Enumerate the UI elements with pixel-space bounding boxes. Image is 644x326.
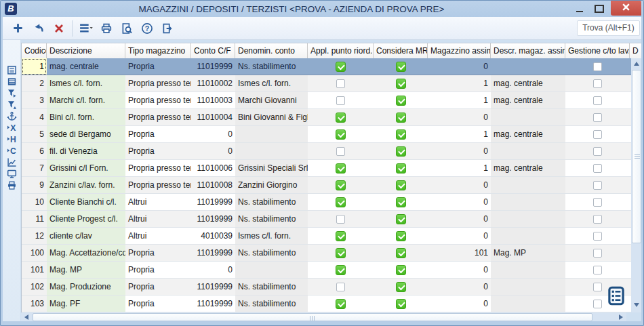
table-row[interactable]: 9Zanzini c/lav. forn.Propria presso terz… [22,177,631,194]
cell-conto[interactable]: 11019999 [191,279,235,296]
cell-tipo[interactable]: Propria presso terzi [125,109,191,126]
cell-conto[interactable]: 11010003 [191,92,235,109]
cell-denomin[interactable]: Ismes c/l. forn. [235,228,308,245]
delete-button[interactable] [49,19,68,37]
cell-mag_assim[interactable]: 1 [428,126,491,143]
cell-descrizione[interactable]: Mag. PF [47,296,125,312]
cell-descr_assim[interactable] [491,262,565,279]
cell-denomin[interactable]: Ns. stabilimento [235,296,308,312]
cell-descr_assim[interactable]: mag. centrale [491,92,565,109]
cell-mag_assim[interactable]: 101 [428,245,491,262]
cell-conto[interactable]: 0 [191,126,235,143]
goto-h-icon[interactable]: H [4,134,19,145]
table-row[interactable]: 2Ismes c/l. forn.Propria presso terzi110… [22,75,631,92]
column-header-descr_assim[interactable]: Descr. magaz. assim. [491,43,565,58]
cell-codice[interactable]: 5 [22,126,47,143]
checkbox-mrp-checked[interactable] [396,265,406,275]
table-row[interactable]: 3Marchi c/l. forn.Propria presso terzi11… [22,92,631,109]
checkbox-gestione-unchecked[interactable] [593,147,602,156]
cell-mag_assim[interactable]: 1 [428,92,491,109]
checkbox-appl-checked[interactable] [336,129,346,140]
cell-descr_assim[interactable] [491,58,565,75]
cell-tipo[interactable]: Propria [125,296,191,312]
checkbox-gestione-unchecked[interactable] [593,215,602,224]
cell-appl[interactable] [308,177,374,194]
cell-gestione[interactable] [565,126,630,143]
cell-codice[interactable]: 10 [22,194,47,211]
checkbox-appl-unchecked[interactable] [336,79,345,88]
cell-tipo[interactable]: Propria presso terzi [125,160,191,177]
cell-descr_assim[interactable]: mag. centrale [491,160,565,177]
column-header-conto[interactable]: Conto C/F [191,43,235,58]
cell-appl[interactable] [308,160,374,177]
cell-descrizione[interactable]: sede di Bergamo [47,126,125,143]
cell-appl[interactable] [308,262,374,279]
checkbox-mrp-checked[interactable] [396,231,406,241]
cell-codice[interactable]: 11 [22,211,47,228]
print-row-icon[interactable] [4,180,19,191]
cell-conto[interactable]: 0 [191,262,235,279]
checkbox-appl-unchecked[interactable] [336,96,345,105]
table-row[interactable]: 6fil. di VeneziaPropria00 [22,143,631,160]
table-row[interactable]: 1mag. centralePropria11019999Ns. stabili… [22,58,631,75]
table-row[interactable]: 5sede di BergamoPropria01mag. centrale [22,126,631,143]
cell-gestione[interactable] [565,245,630,262]
checkbox-mrp-checked[interactable] [396,197,406,207]
cell-mrp[interactable] [374,296,428,312]
cell-descr_assim[interactable] [491,211,565,228]
cell-tipo[interactable]: Propria [125,143,191,160]
cell-mag_assim[interactable]: 0 [428,177,491,194]
cell-descr_assim[interactable] [491,177,565,194]
table-row[interactable]: 4Bini c/l. forn.Propria presso terzi1101… [22,109,631,126]
cell-mag_assim[interactable]: 0 [428,279,491,296]
cell-descrizione[interactable]: Bini c/l. forn. [47,109,125,126]
cell-gestione[interactable] [565,75,630,92]
cell-conto[interactable]: 11019999 [191,296,235,312]
cell-mrp[interactable] [374,143,428,160]
cell-mrp[interactable] [374,262,428,279]
cell-descr_assim[interactable]: mag. centrale [491,126,565,143]
cell-codice[interactable]: 1 [22,58,47,75]
cell-conto[interactable]: 11010006 [191,160,235,177]
cell-appl[interactable] [308,194,374,211]
cell-gestione[interactable] [565,92,630,109]
cell-appl[interactable] [308,143,374,160]
undo-button[interactable] [29,19,47,37]
cell-appl[interactable] [308,211,374,228]
cell-descrizione[interactable]: Marchi c/l. forn. [47,92,125,109]
checkbox-appl-checked[interactable] [336,163,346,174]
cell-denomin[interactable] [235,143,308,160]
checkbox-gestione-unchecked[interactable] [593,266,602,274]
cell-descr_assim[interactable] [491,228,565,245]
cell-mag_assim[interactable]: 1 [428,75,491,92]
cell-mag_assim[interactable]: 0 [428,262,491,279]
table-row[interactable]: 103Mag. PFPropria11019999Ns. stabiliment… [22,296,631,312]
filter-icon[interactable] [4,87,19,99]
vertical-scrollbar[interactable] [631,58,641,312]
cell-descr_assim[interactable] [491,279,565,296]
table-row[interactable]: 7Grissini c/l Forn.Propria presso terzi1… [22,160,631,177]
checkbox-mrp-checked[interactable] [396,79,406,89]
column-header-mag_assim[interactable]: Magazzino assim. [428,43,491,58]
column-header-descrizione[interactable]: Descrizione [47,43,125,58]
cell-mag_assim[interactable]: 0 [428,194,491,211]
cell-descrizione[interactable]: Mag. MP [47,262,125,279]
checkbox-gestione-unchecked[interactable] [593,249,602,258]
cell-mrp[interactable] [374,58,428,75]
cell-codice[interactable]: 12 [22,228,47,245]
cell-tipo[interactable]: Propria [125,245,191,262]
checkbox-gestione-unchecked[interactable] [593,198,602,207]
cell-mrp[interactable] [374,109,428,126]
checkbox-gestione-unchecked[interactable] [593,79,602,88]
cell-descrizione[interactable]: Cliente Progest c/l. [47,211,125,228]
cell-denomin[interactable]: Grissini Speciali Srl [235,160,308,177]
cell-tipo[interactable]: Propria [125,58,191,75]
checkbox-appl-unchecked[interactable] [336,283,345,291]
cell-appl[interactable] [308,109,374,126]
checkbox-mrp-checked[interactable] [396,282,406,292]
checkbox-mrp-checked[interactable] [396,96,406,106]
column-header-appl[interactable]: Appl. punto riord. [308,43,374,58]
cell-descr_assim[interactable] [491,194,565,211]
cell-denomin[interactable]: Zanzini Giorgino [235,177,308,194]
cell-codice[interactable]: 102 [22,279,47,296]
